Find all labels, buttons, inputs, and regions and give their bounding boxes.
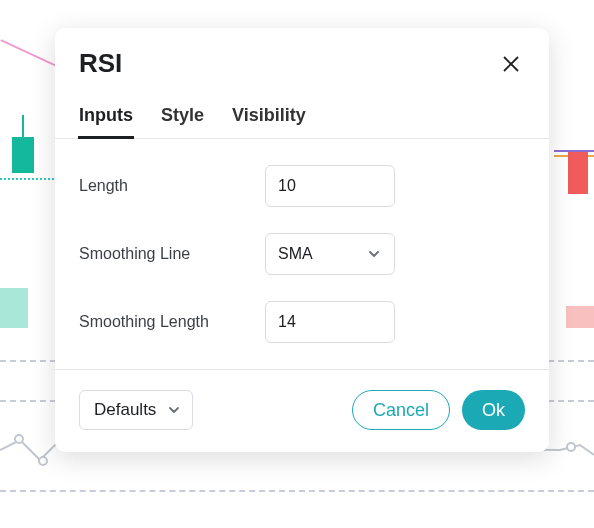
label-length: Length [79,177,265,195]
input-length[interactable] [265,165,395,207]
chevron-down-icon [366,246,382,262]
row-smoothing-line: Smoothing Line SMA [79,233,525,275]
indicator-settings-dialog: RSI Inputs Style Visibility Length Smoot… [55,28,549,452]
bg-candle [568,152,588,194]
bg-dash-line [0,490,594,492]
bg-plot-point [566,442,576,452]
bg-volume-bar [0,288,28,328]
bg-line [554,155,594,157]
form-body: Length Smoothing Line SMA Smoothing Leng… [55,139,549,351]
tabs: Inputs Style Visibility [55,87,549,139]
select-smoothing-line-value: SMA [278,245,313,263]
cancel-button[interactable]: Cancel [352,390,450,430]
label-smoothing-length: Smoothing Length [79,313,265,331]
select-smoothing-line[interactable]: SMA [265,233,395,275]
tab-inputs[interactable]: Inputs [79,97,133,138]
chevron-down-icon [166,402,182,418]
footer-actions: Cancel Ok [352,390,525,430]
bg-plot-point [38,456,48,466]
label-smoothing-line: Smoothing Line [79,245,265,263]
defaults-label: Defaults [94,400,156,420]
tab-visibility[interactable]: Visibility [232,97,306,138]
close-icon [501,54,521,74]
bg-plot-point [14,434,24,444]
bg-line [0,39,56,101]
bg-dotted-line [0,178,58,180]
tab-style[interactable]: Style [161,97,204,138]
dialog-header: RSI [55,28,549,87]
row-smoothing-length: Smoothing Length [79,301,525,343]
bg-candle [12,137,34,173]
input-smoothing-length[interactable] [265,301,395,343]
ok-button[interactable]: Ok [462,390,525,430]
bg-line [554,150,594,152]
dialog-footer: Defaults Cancel Ok [55,369,549,452]
close-button[interactable] [497,50,525,78]
row-length: Length [79,165,525,207]
bg-volume-bar [566,306,594,328]
dialog-title: RSI [79,48,122,79]
defaults-button[interactable]: Defaults [79,390,193,430]
bg-candle-wick [22,115,24,141]
